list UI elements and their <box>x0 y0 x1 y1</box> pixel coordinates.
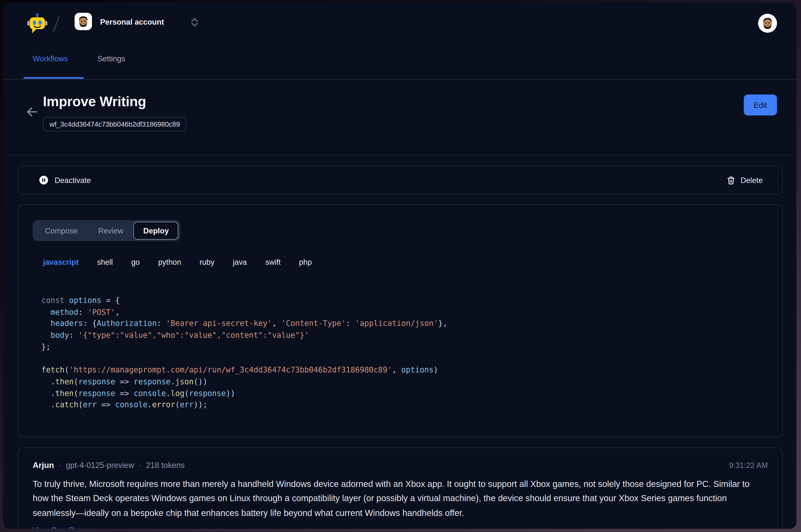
run-timestamp: 9:31:22 AM <box>729 460 768 471</box>
workflow-action-bar: Deactivate Delete <box>18 166 783 195</box>
language-tab-java[interactable]: java <box>233 258 247 266</box>
workspace-selector-chevrons-icon[interactable] <box>190 18 199 27</box>
app-logo-robot-icon[interactable] <box>27 13 47 34</box>
memoji-face-icon <box>760 15 776 31</box>
app-window: Personal account Workflows Settings <box>3 2 796 529</box>
language-tabs: javascriptshellgopythonrubyjavaswiftphp <box>43 258 312 266</box>
delete-label: Delete <box>741 176 763 185</box>
language-tab-go[interactable]: go <box>131 258 140 266</box>
tab-settings[interactable]: Settings <box>98 54 126 63</box>
language-tab-shell[interactable]: shell <box>97 258 113 266</box>
header-divider <box>3 155 796 155</box>
meta-dot: · <box>139 460 141 471</box>
pause-circle-icon <box>39 175 49 185</box>
user-avatar[interactable] <box>758 14 777 33</box>
deactivate-button[interactable]: Deactivate <box>39 175 91 185</box>
segment-tab-review[interactable]: Review <box>88 222 134 239</box>
code-line: fetch('https://manageprompt.com/api/run/… <box>41 364 447 376</box>
code-line: .then(response => console.log(response)) <box>41 387 447 399</box>
code-line <box>41 353 447 364</box>
language-tab-python[interactable]: python <box>158 258 181 266</box>
page-title: Improve Writing <box>43 94 146 110</box>
workflow-id-badge[interactable]: wf_3c4dd36474c73bb046b2df3186980c89 <box>43 117 187 131</box>
code-line: .catch(err => console.error(err)); <box>41 399 447 411</box>
code-snippet[interactable]: const options = { method: 'POST', header… <box>41 295 447 411</box>
code-line: }; <box>41 341 447 353</box>
run-author: Arjun <box>33 460 54 471</box>
code-line: body: '{"type":"value","who":"value","co… <box>41 330 447 341</box>
nav-divider <box>3 79 796 80</box>
run-header: Arjun · gpt-4-0125-preview · 218 tokens … <box>33 460 768 471</box>
tab-workflows[interactable]: Workflows <box>33 54 68 63</box>
language-tab-swift[interactable]: swift <box>265 258 281 266</box>
segment-tab-deploy[interactable]: Deploy <box>134 222 178 240</box>
run-result-card: Arjun · gpt-4-0125-preview · 218 tokens … <box>18 448 783 529</box>
view-raw-response-link[interactable]: View Raw Response <box>33 526 103 529</box>
code-line: .then(response => response.json()) <box>41 376 447 387</box>
trash-icon <box>726 175 736 185</box>
active-tab-underline <box>23 77 84 79</box>
workspace-name: Personal account <box>100 17 164 26</box>
edit-button[interactable]: Edit <box>744 95 777 115</box>
language-tab-javascript[interactable]: javascript <box>43 258 79 266</box>
back-arrow-icon[interactable] <box>25 106 38 118</box>
deactivate-label: Deactivate <box>55 176 91 185</box>
code-line: const options = { <box>41 295 447 306</box>
code-line: headers: {Authorization: 'Bearer api-sec… <box>41 318 447 330</box>
delete-button[interactable]: Delete <box>726 175 763 185</box>
memoji-face-icon <box>76 14 91 29</box>
run-model: gpt-4-0125-preview <box>66 460 134 471</box>
run-output-text: To truly thrive, Microsoft requires more… <box>33 477 768 520</box>
workspace-avatar[interactable] <box>75 13 92 30</box>
primary-nav: Workflows Settings <box>33 54 126 63</box>
segment-tab-compose[interactable]: Compose <box>35 222 88 239</box>
code-line: method: 'POST', <box>41 306 447 318</box>
deploy-panel: ComposeReviewDeploy javascriptshellgopyt… <box>18 205 783 437</box>
language-tab-ruby[interactable]: ruby <box>199 258 214 266</box>
page-root: Personal account Workflows Settings <box>0 0 801 532</box>
language-tab-php[interactable]: php <box>299 258 312 266</box>
meta-dot: · <box>59 460 61 471</box>
run-token-count: 218 tokens <box>146 460 185 471</box>
breadcrumb-slash-divider <box>53 16 59 33</box>
stage-segmented-control: ComposeReviewDeploy <box>33 220 180 241</box>
